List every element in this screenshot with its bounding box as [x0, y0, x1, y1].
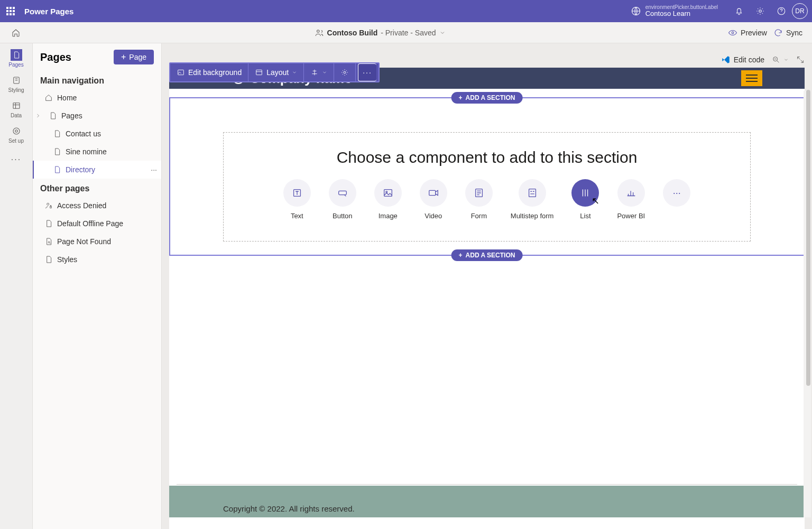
- person-lock-icon: [44, 201, 53, 210]
- eye-icon: [728, 28, 737, 38]
- align-icon: [310, 68, 319, 77]
- rail-more[interactable]: ···: [0, 147, 33, 172]
- section-main-nav: Main navigation: [33, 71, 161, 89]
- svg-point-9: [47, 203, 49, 205]
- nav-item-notfound[interactable]: Page Not Found: [33, 233, 161, 250]
- svg-rect-16: [429, 190, 436, 195]
- add-section-top-button[interactable]: + ADD A SECTION: [451, 92, 523, 104]
- preview-button[interactable]: Preview: [728, 28, 767, 38]
- nav-item-offline[interactable]: Default Offline Page: [33, 215, 161, 233]
- edit-code-button[interactable]: Edit code: [721, 55, 764, 64]
- nav-label: Default Offline Page: [57, 219, 123, 228]
- command-bar: Contoso Build - Private - Saved Preview …: [0, 22, 812, 43]
- nav-item-contact[interactable]: Contact us: [33, 125, 161, 143]
- component-button[interactable]: Button: [329, 179, 356, 220]
- people-icon: [315, 28, 324, 38]
- component-label: Form: [471, 212, 487, 220]
- component-multistep-form[interactable]: Multistep form: [511, 179, 554, 220]
- component-picker: Choose a component to add to this sectio…: [223, 132, 751, 242]
- component-text[interactable]: Text: [283, 179, 311, 220]
- powerbi-icon: [625, 187, 637, 199]
- nav-label: Contact us: [66, 129, 101, 138]
- rail-data[interactable]: Data: [0, 96, 33, 122]
- environment-picker[interactable]: environmentPicker.buttonLabel Contoso Le…: [631, 4, 718, 17]
- home-button[interactable]: [0, 28, 32, 38]
- site-footer: Copyright © 2022. All rights reserved.: [169, 486, 805, 517]
- home-icon: [11, 28, 21, 38]
- nav-item-home[interactable]: Home: [33, 89, 161, 107]
- layout-button[interactable]: Layout: [248, 63, 304, 81]
- component-label: List: [580, 212, 590, 220]
- plus-icon: +: [459, 94, 463, 101]
- hamburger-button[interactable]: [741, 70, 762, 86]
- setup-icon: [12, 126, 21, 136]
- zoom-button[interactable]: [772, 55, 789, 64]
- sync-label: Sync: [786, 29, 802, 37]
- nav-label: Sine nomine: [66, 147, 107, 156]
- help-button[interactable]: [771, 0, 792, 22]
- nav-item-sine[interactable]: Sine nomine: [33, 143, 161, 161]
- page-icon: [12, 51, 21, 59]
- chevron-down-icon: [783, 57, 789, 62]
- nav-item-directory[interactable]: Directory ···: [33, 161, 161, 179]
- component-label: Image: [379, 212, 398, 220]
- multistep-icon: [527, 187, 538, 199]
- video-icon: [428, 187, 439, 199]
- item-more-button[interactable]: ···: [151, 165, 157, 174]
- component-label: Text: [291, 212, 303, 220]
- file-icon: [53, 147, 61, 156]
- panel-title: Pages: [40, 51, 71, 63]
- rail-setup[interactable]: Set up: [0, 122, 33, 147]
- home-icon: [44, 94, 53, 102]
- add-page-button[interactable]: + Page: [114, 50, 154, 64]
- section-other-pages: Other pages: [33, 179, 161, 197]
- svg-point-21: [344, 71, 346, 73]
- svg-rect-6: [13, 103, 20, 108]
- settings-button[interactable]: [750, 0, 771, 22]
- sync-button[interactable]: Sync: [773, 28, 802, 38]
- component-more[interactable]: ···: [663, 179, 690, 220]
- edit-background-button[interactable]: Edit background: [170, 63, 248, 81]
- notifications-button[interactable]: [728, 0, 750, 22]
- component-label: Power BI: [617, 212, 645, 220]
- component-video[interactable]: Video: [420, 179, 447, 220]
- zoom-icon: [772, 55, 780, 64]
- scrollbar-thumb[interactable]: [806, 90, 810, 386]
- section-outline[interactable]: + ADD A SECTION Choose a component to ad…: [169, 97, 805, 256]
- waffle-icon: [6, 7, 15, 15]
- nav-item-access-denied[interactable]: Access Denied: [33, 197, 161, 215]
- file-icon: [44, 219, 53, 228]
- site-preview: Company name + ADD A SECTION Choose a co…: [169, 68, 805, 529]
- nav-label: Access Denied: [57, 201, 106, 210]
- user-avatar[interactable]: DR: [792, 3, 808, 19]
- edit-bg-label: Edit background: [188, 68, 242, 77]
- button-icon: [337, 187, 348, 199]
- svg-point-7: [15, 129, 17, 132]
- fullscreen-button[interactable]: [796, 55, 805, 64]
- section-settings-button[interactable]: [334, 63, 356, 81]
- add-section-bottom-button[interactable]: + ADD A SECTION: [451, 249, 523, 261]
- component-image[interactable]: Image: [374, 179, 402, 220]
- chevron-down-icon[interactable]: [439, 30, 446, 36]
- nav-label: Styles: [57, 255, 77, 264]
- pages-panel: Pages + Page Main navigation Home Pages …: [33, 43, 162, 529]
- align-button[interactable]: [304, 63, 334, 81]
- preview-label: Preview: [741, 29, 767, 37]
- paint-icon: [177, 68, 185, 77]
- rail-pages[interactable]: Pages: [0, 45, 33, 71]
- environment-name: Contoso Learn: [645, 10, 718, 17]
- nav-label: Page Not Found: [57, 237, 111, 246]
- component-form[interactable]: Form: [465, 179, 493, 220]
- svg-rect-18: [529, 189, 536, 197]
- rail-styling[interactable]: Styling: [0, 71, 33, 96]
- component-powerbi[interactable]: Power BI: [617, 179, 645, 220]
- component-list[interactable]: List ↖: [571, 179, 599, 220]
- app-launcher-button[interactable]: [0, 0, 21, 22]
- nav-item-styles[interactable]: Styles: [33, 250, 161, 268]
- file-icon: [49, 112, 57, 120]
- expand-icon: [796, 55, 805, 64]
- section-more-button[interactable]: ···: [358, 63, 376, 81]
- nav-item-pages[interactable]: Pages: [33, 107, 161, 125]
- svg-point-8: [13, 128, 20, 134]
- caret-icon[interactable]: [35, 113, 41, 118]
